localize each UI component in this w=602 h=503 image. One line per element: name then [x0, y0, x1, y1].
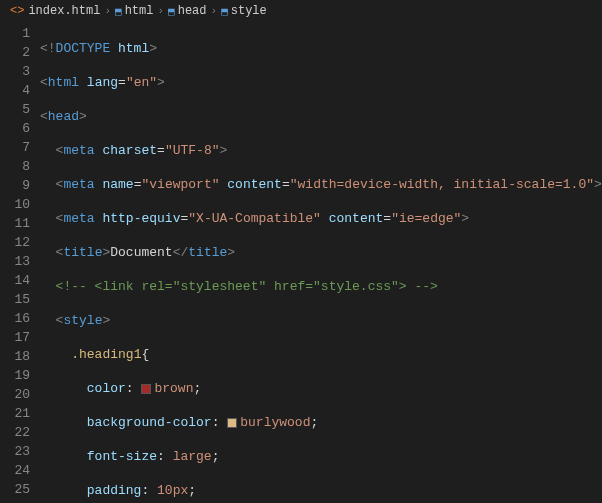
line-number: 25 [0, 480, 30, 499]
breadcrumb[interactable]: <> index.html › ⬒ html › ⬒ head › ⬒ styl… [0, 0, 602, 22]
breadcrumb-html[interactable]: html [125, 4, 154, 18]
code-line: font-size: large; [40, 447, 602, 466]
code-line: <html lang="en"> [40, 73, 602, 92]
line-number: 1 [0, 24, 30, 43]
line-number: 14 [0, 271, 30, 290]
tag-icon: ⬒ [115, 5, 122, 18]
tag-icon: ⬒ [221, 5, 228, 18]
chevron-right-icon: › [157, 5, 164, 17]
line-number: 20 [0, 385, 30, 404]
line-number: 23 [0, 442, 30, 461]
code-line: <head> [40, 107, 602, 126]
file-icon: <> [10, 4, 24, 18]
line-number: 6 [0, 119, 30, 138]
code-line: <style> [40, 311, 602, 330]
line-number: 13 [0, 252, 30, 271]
code-editor[interactable]: 1 2 3 4 5 6 7 8 9 10 11 12 13 14 15 16 1… [0, 22, 602, 503]
color-swatch-icon [227, 418, 237, 428]
line-number: 5 [0, 100, 30, 119]
code-area[interactable]: <!DOCTYPE html> <html lang="en"> <head> … [40, 22, 602, 503]
line-number: 21 [0, 404, 30, 423]
line-number: 10 [0, 195, 30, 214]
code-line: <meta name="viewport" content="width=dev… [40, 175, 602, 194]
code-line: <!-- <link rel="stylesheet" href="style.… [40, 277, 602, 296]
line-number: 22 [0, 423, 30, 442]
line-number: 18 [0, 347, 30, 366]
line-number: 9 [0, 176, 30, 195]
line-number: 8 [0, 157, 30, 176]
line-number: 24 [0, 461, 30, 480]
line-number: 19 [0, 366, 30, 385]
line-number: 15 [0, 290, 30, 309]
breadcrumb-style[interactable]: style [231, 4, 267, 18]
line-number-gutter: 1 2 3 4 5 6 7 8 9 10 11 12 13 14 15 16 1… [0, 22, 40, 503]
code-line: color: brown; [40, 379, 602, 398]
tag-icon: ⬒ [168, 5, 175, 18]
chevron-right-icon: › [104, 5, 111, 17]
code-line: <!DOCTYPE html> [40, 39, 602, 58]
breadcrumb-file[interactable]: index.html [28, 4, 100, 18]
code-line: <meta http-equiv="X-UA-Compatible" conte… [40, 209, 602, 228]
line-number: 11 [0, 214, 30, 233]
code-line: padding: 10px; [40, 481, 602, 500]
code-line: <meta charset="UTF-8"> [40, 141, 602, 160]
code-line: <title>Document</title> [40, 243, 602, 262]
code-line: .heading1{ [40, 345, 602, 364]
line-number: 4 [0, 81, 30, 100]
breadcrumb-head[interactable]: head [178, 4, 207, 18]
line-number: 7 [0, 138, 30, 157]
code-line: background-color: burlywood; [40, 413, 602, 432]
line-number: 2 [0, 43, 30, 62]
line-number: 3 [0, 62, 30, 81]
line-number: 12 [0, 233, 30, 252]
line-number: 17 [0, 328, 30, 347]
color-swatch-icon [141, 384, 151, 394]
chevron-right-icon: › [211, 5, 218, 17]
line-number: 16 [0, 309, 30, 328]
